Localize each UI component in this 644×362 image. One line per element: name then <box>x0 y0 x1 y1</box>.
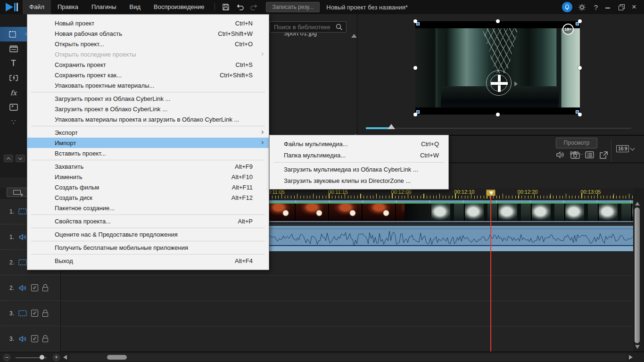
vertical-scrollbar-thumb[interactable] <box>635 207 640 343</box>
crop-corner-handle[interactable] <box>576 110 579 114</box>
menu-item[interactable]: Упаковать материалы проекта и загрузить … <box>27 114 269 124</box>
menu-item[interactable]: Упаковать проектные материалы... <box>27 80 269 90</box>
notifications-bell-icon[interactable] <box>562 2 572 12</box>
restore-icon[interactable] <box>616 3 626 11</box>
menu-item[interactable]: Получить бесплатные мобильные приложения <box>27 242 269 253</box>
playhead-grip[interactable] <box>486 189 495 196</box>
menu-item[interactable]: Импорт <box>27 138 269 148</box>
track-lock-icon[interactable] <box>42 338 48 342</box>
crop-corner-handle[interactable] <box>416 110 420 114</box>
sidebar-item-media[interactable]: ♪ <box>0 27 27 41</box>
search-icon[interactable] <box>336 24 343 31</box>
track-lock-icon[interactable] <box>42 287 48 291</box>
selection-handle[interactable] <box>578 66 582 70</box>
minimize-icon[interactable] <box>603 3 613 11</box>
snapshot-camera-icon[interactable] <box>570 151 580 159</box>
preview-quality-button[interactable]: Просмотр виз... <box>556 138 597 148</box>
menu-item[interactable]: Оцените нас & Предоставьте предложения <box>27 229 269 239</box>
preview-seek-handle[interactable] <box>388 124 395 129</box>
menu-item[interactable]: Свойства проекта... Alt+P <box>27 216 269 226</box>
sidebar-item-overlays[interactable]: * <box>0 100 27 115</box>
selection-handle[interactable] <box>496 113 500 116</box>
menu-item[interactable]: Сохранить проект как... Ctrl+Shift+S <box>27 70 269 80</box>
track-header-row[interactable]: 3. ✓ <box>0 326 60 352</box>
aspect-ratio-badge[interactable]: 16:9 <box>616 145 629 152</box>
library-scroll-up-icon[interactable] <box>351 34 357 38</box>
track-enable-checkbox[interactable]: ✓ <box>31 310 38 317</box>
undock-window-icon[interactable] <box>599 151 608 159</box>
track-lock-icon[interactable] <box>42 313 48 317</box>
menu-item-label: Создать диск <box>55 194 92 201</box>
record-result-button[interactable]: Записать резу... <box>266 2 320 12</box>
zoom-in-button[interactable]: + <box>53 354 60 361</box>
horizontal-scrollbar-thumb[interactable] <box>107 355 127 360</box>
menu-item[interactable]: Создать диск Alt+F12 <box>27 192 269 203</box>
selection-handle[interactable] <box>413 66 417 70</box>
sidebar-item-effects[interactable]: fx <box>0 85 27 100</box>
track-header-row[interactable]: 3. ✓ <box>0 301 60 326</box>
menu-item[interactable]: Вставить проект... <box>27 148 269 158</box>
submenu-item[interactable]: Загрузить звуковые клипы из DirectorZone… <box>270 175 448 186</box>
menu-item[interactable]: Загрузить проект в Облако CyberLink ... <box>27 104 269 114</box>
menu-item[interactable]: Экспорт <box>27 127 269 138</box>
menu-item[interactable]: Пакетное создание... <box>27 203 269 213</box>
sidebar-item-particles[interactable]: ∵ <box>0 115 27 129</box>
preview-seek-bar[interactable] <box>366 128 631 129</box>
zoom-out-button[interactable]: − <box>3 354 10 361</box>
menu-item-label: Свойства проекта... <box>55 218 111 225</box>
crop-corner-handle[interactable] <box>416 22 420 25</box>
submenu-item[interactable]: Загрузить мультимедиа из Облака CyberLin… <box>270 164 448 175</box>
position-crosshair-control[interactable] <box>485 69 513 98</box>
submenu-arrow-icon <box>260 131 264 134</box>
menu-item[interactable]: Выход Alt+F4 <box>27 255 269 266</box>
crop-corner-handle[interactable] <box>576 22 579 25</box>
menu-item-shortcut: Ctrl+N <box>235 20 264 27</box>
menu-item[interactable]: Открыть последние проекты <box>27 49 269 59</box>
menu-item[interactable]: Захватить Alt+F9 <box>27 161 269 172</box>
menu-item[interactable]: Создать фильм Alt+F11 <box>27 182 269 192</box>
menu-item[interactable]: Открыть проект... Ctrl+O <box>27 39 269 49</box>
menubar-item[interactable]: Правка <box>51 0 85 14</box>
menubar-item[interactable]: Вид <box>123 0 148 14</box>
menubar-item[interactable]: Плагины <box>85 0 123 14</box>
horizontal-scrollbar[interactable] <box>69 354 627 361</box>
scroll-left-icon[interactable] <box>63 355 67 360</box>
menu-item[interactable]: Новый проект Ctrl+N <box>27 18 269 28</box>
track-number: 3. <box>7 310 14 317</box>
settings-gear-icon[interactable] <box>576 2 588 12</box>
details-list-icon[interactable] <box>585 151 594 158</box>
help-icon[interactable]: ? <box>592 3 600 11</box>
track-header-row[interactable]: 2. ✓ <box>0 275 60 301</box>
menubar-item[interactable]: Воспроизведение <box>147 0 211 14</box>
chevron-down-icon[interactable] <box>630 146 635 151</box>
menu-item[interactable]: Новая рабочая область Ctrl+Shift+W <box>27 28 269 39</box>
menu-item[interactable]: Изменить Alt+F10 <box>27 172 269 182</box>
scroll-up-icon[interactable] <box>635 202 640 206</box>
menu-item[interactable]: Сохранить проект Ctrl+S <box>27 59 269 70</box>
submenu-item[interactable]: Файлы мультимедиа... Ctrl+Q <box>270 138 448 149</box>
close-icon[interactable]: × <box>629 2 639 12</box>
volume-icon[interactable] <box>556 151 565 159</box>
sidebar-scroll-down-icon[interactable] <box>16 155 25 162</box>
scroll-down-icon[interactable] <box>635 345 640 349</box>
search-input[interactable] <box>270 21 347 33</box>
sidebar-item-transition[interactable] <box>0 71 27 85</box>
submenu-item[interactable]: Папка мультимедиа... Ctrl+W <box>270 149 448 161</box>
menu-item[interactable]: Загрузить проект из Облака CyberLink ... <box>27 93 269 104</box>
sidebar-scroll-up-icon[interactable] <box>4 155 13 162</box>
preview-stage[interactable]: 18+ <box>415 21 580 115</box>
sidebar-item-templates[interactable] <box>0 41 27 56</box>
undo-icon[interactable] <box>234 2 246 12</box>
menubar-item[interactable]: Файл <box>23 0 51 14</box>
vertical-scrollbar[interactable] <box>633 199 642 352</box>
zoom-slider-handle[interactable] <box>40 355 44 360</box>
selection-handle[interactable] <box>496 19 500 23</box>
scroll-right-icon[interactable] <box>629 355 633 360</box>
track-manager-button[interactable] <box>7 188 27 197</box>
track-enable-checkbox[interactable]: ✓ <box>31 335 38 342</box>
sidebar-item-title[interactable]: T <box>0 56 27 71</box>
redo-icon[interactable] <box>248 2 260 12</box>
track-enable-checkbox[interactable]: ✓ <box>31 284 38 291</box>
menu-item-label: Загрузить проект в Облако CyberLink ... <box>55 106 167 113</box>
save-icon[interactable] <box>220 2 232 12</box>
